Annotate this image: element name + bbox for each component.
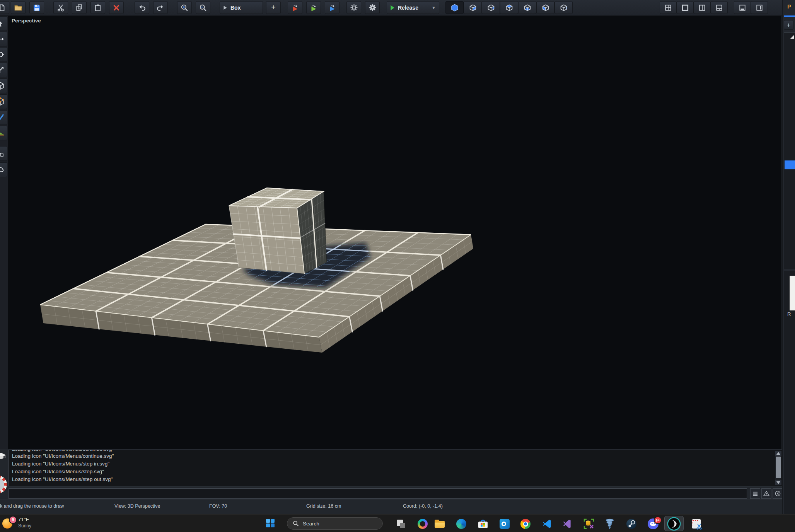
- view-mode-shaded-solid-button[interactable]: [445, 1, 464, 14]
- zoom-out-button[interactable]: [196, 1, 210, 14]
- view-mode-face-right-thin-button[interactable]: [482, 1, 500, 14]
- undo-button[interactable]: [135, 1, 149, 14]
- start-square: [266, 519, 270, 523]
- warning-icon: [763, 491, 769, 496]
- panel-divider[interactable]: [784, 269, 795, 271]
- build-run-blue-button[interactable]: [325, 1, 339, 14]
- save-button[interactable]: [29, 1, 44, 14]
- close-circle-icon: [775, 491, 781, 496]
- scrollbar-thumb[interactable]: [776, 457, 781, 478]
- log-filter-warnings-button[interactable]: [761, 488, 771, 499]
- view-mode-face-top-button[interactable]: [500, 1, 518, 14]
- vertex-tool-button[interactable]: [0, 94, 7, 109]
- primitive-dropdown[interactable]: Box: [220, 1, 263, 14]
- texture-preview[interactable]: [790, 276, 795, 310]
- new-file-button[interactable]: [0, 1, 9, 14]
- settings-gear-button[interactable]: [365, 1, 380, 14]
- vertex-cube-icon: [0, 97, 5, 106]
- console-input[interactable]: [9, 488, 747, 499]
- microsoft-store-icon[interactable]: [477, 518, 489, 530]
- outlook-icon[interactable]: [499, 518, 510, 530]
- paste-button[interactable]: [90, 1, 105, 14]
- visual-studio-icon[interactable]: [561, 518, 573, 530]
- active-tab-underline: [784, 15, 795, 17]
- build-run-red-button[interactable]: [288, 1, 302, 14]
- panel-right-button[interactable]: [751, 1, 768, 14]
- cloud-tool-button[interactable]: [0, 162, 7, 177]
- taskbar-search[interactable]: Search: [287, 517, 383, 530]
- start-square: [271, 519, 275, 523]
- config-dropdown[interactable]: Release ▼: [387, 1, 439, 14]
- main-toolbar: Box + Release ▼: [0, 0, 782, 16]
- start-button[interactable]: [266, 519, 275, 528]
- redo-button[interactable]: [153, 1, 168, 14]
- view-mode-face-bottom-button[interactable]: [518, 1, 536, 14]
- desktop-icon-graduation-cap[interactable]: [0, 452, 7, 462]
- edge-icon[interactable]: [456, 518, 467, 530]
- log-filter-all-button[interactable]: [750, 488, 760, 499]
- rotate-tool-button[interactable]: [0, 47, 7, 62]
- move-tool-button[interactable]: [0, 32, 7, 46]
- selected-list-item[interactable]: [785, 160, 795, 169]
- status-fov: FOV: 70: [209, 503, 227, 509]
- corner-triangle-icon: [790, 35, 794, 39]
- console-log[interactable]: Loading icon "UI/Icons/Menus/continue.sv…: [9, 450, 783, 486]
- chrome-icon[interactable]: [520, 518, 531, 530]
- scale-icon: [0, 66, 5, 74]
- status-view: View: 3D Perspective: [114, 503, 160, 509]
- box-tool-button[interactable]: [0, 78, 7, 93]
- copy-button[interactable]: [72, 1, 87, 14]
- terrain-tool-button[interactable]: [0, 126, 7, 140]
- steam-icon[interactable]: [626, 518, 637, 530]
- view-mode-face-right-button[interactable]: [554, 1, 573, 14]
- weather-condition[interactable]: Sunny: [18, 523, 31, 529]
- console-scrollbar[interactable]: [775, 451, 781, 485]
- status-grid: Grid size: 16 cm: [306, 503, 341, 509]
- panel-bottom-button[interactable]: [734, 1, 751, 14]
- scale-tool-button[interactable]: [0, 63, 7, 77]
- game-tools-icon[interactable]: [583, 518, 595, 530]
- weather-badge: 9: [9, 516, 17, 524]
- weather-temp[interactable]: 71°F: [18, 517, 29, 522]
- right-panel-tab[interactable]: P: [787, 3, 791, 10]
- list-icon: [752, 491, 758, 496]
- panel-add-button[interactable]: +: [784, 20, 793, 30]
- file-explorer-icon[interactable]: [434, 518, 445, 530]
- layout-split-2-button[interactable]: [694, 1, 711, 14]
- vscode-icon[interactable]: [541, 518, 553, 530]
- viewport-label: Perspective: [12, 18, 41, 24]
- badge-center: [0, 478, 4, 491]
- plus-icon: +: [271, 3, 276, 12]
- layout-grid-4-button[interactable]: [660, 1, 677, 14]
- face-check-tool-button[interactable]: [0, 110, 7, 125]
- right-panel-body[interactable]: R: [784, 32, 795, 514]
- terrain-icon: [0, 129, 5, 137]
- discord-badge: 9+: [654, 517, 662, 524]
- layout-single-button[interactable]: [677, 1, 694, 14]
- open-folder-button[interactable]: [11, 1, 26, 14]
- run-icon: [390, 5, 395, 10]
- task-view-icon[interactable]: [395, 518, 407, 530]
- log-line: Loading icon "UI/Icons/Menus/step in.svg…: [9, 460, 782, 468]
- scroll-up-icon[interactable]: [775, 451, 781, 456]
- delete-button[interactable]: [109, 1, 124, 14]
- active-editor-icon[interactable]: [668, 518, 680, 530]
- copilot-icon[interactable]: [417, 518, 428, 530]
- snipping-tool-icon[interactable]: [691, 518, 702, 530]
- build-run-green-button[interactable]: [306, 1, 321, 14]
- scroll-down-icon[interactable]: [775, 480, 781, 485]
- select-tool-button[interactable]: [0, 16, 7, 31]
- status-hint: k and drag the mouse to draw: [0, 503, 64, 509]
- layout-main-bottom-button[interactable]: [711, 1, 728, 14]
- tornado-icon[interactable]: [604, 518, 616, 530]
- cut-button[interactable]: [53, 1, 68, 14]
- settings-outline-button[interactable]: [346, 1, 361, 14]
- zoom-in-button[interactable]: [177, 1, 192, 14]
- add-primitive-button[interactable]: +: [266, 1, 281, 14]
- clip-tool-button[interactable]: [0, 146, 7, 161]
- view-mode-face-left-button[interactable]: [536, 1, 554, 14]
- discord-icon[interactable]: 9+: [647, 518, 659, 530]
- chevron-down-icon: ▼: [432, 5, 436, 10]
- view-mode-face-bottom-right-button[interactable]: [464, 1, 482, 14]
- log-filter-errors-button[interactable]: [773, 488, 783, 499]
